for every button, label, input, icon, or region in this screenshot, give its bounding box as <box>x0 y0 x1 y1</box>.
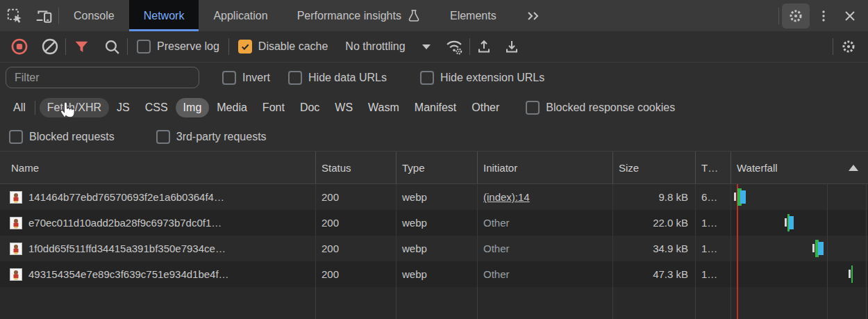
request-type: webp <box>402 243 427 254</box>
request-name: 493154354e7e89c3f639c751e934d1be4f… <box>28 268 229 280</box>
type-filter-wasm[interactable]: Wasm <box>360 98 407 117</box>
hide-data-urls-checkbox[interactable] <box>288 71 302 85</box>
request-status: 200 <box>322 217 339 229</box>
column-header-waterfall[interactable]: Waterfall <box>731 152 868 183</box>
close-devtools-button[interactable] <box>837 9 862 23</box>
blocked-requests-control[interactable]: Blocked requests <box>0 130 124 144</box>
tab-application-label: Application <box>213 10 267 22</box>
gear-icon <box>787 8 804 24</box>
preserve-log-checkbox[interactable] <box>137 40 151 54</box>
throttling-dropdown[interactable]: No throttling <box>337 40 438 53</box>
type-filter-css[interactable]: CSS <box>137 98 176 117</box>
network-conditions-button[interactable] <box>439 35 469 58</box>
type-filter-js[interactable]: JS <box>109 98 137 117</box>
type-filter-font[interactable]: Font <box>255 98 292 117</box>
hide-extension-urls-checkbox[interactable] <box>420 71 434 85</box>
table-row[interactable]: 493154354e7e89c3f639c751e934d1be4f… 200 … <box>0 261 868 287</box>
column-header-time-label: T… <box>701 162 718 174</box>
tab-console[interactable]: Console <box>59 0 129 31</box>
gear-icon <box>840 38 857 55</box>
filter-input[interactable] <box>6 67 199 88</box>
hide-data-urls-control[interactable]: Hide data URLs <box>279 71 396 85</box>
column-header-name[interactable]: Name <box>0 152 316 183</box>
type-filter-separator <box>35 101 35 115</box>
inspect-element-button[interactable] <box>0 0 29 31</box>
table-row[interactable]: 141464b77ebd76570693f2e1a6b0364f4… 200 w… <box>0 184 868 210</box>
tab-elements-label: Elements <box>450 10 496 22</box>
type-filter-img[interactable]: Img <box>176 98 210 117</box>
waterfall-cell <box>731 210 868 236</box>
search-button[interactable] <box>97 35 127 58</box>
type-filter-doc[interactable]: Doc <box>292 98 327 117</box>
funnel-icon <box>73 38 90 56</box>
request-time: 1… <box>701 243 717 254</box>
type-filter-other[interactable]: Other <box>464 98 507 117</box>
request-initiator-link[interactable]: (index):14 <box>483 191 530 203</box>
third-party-requests-control[interactable]: 3rd-party requests <box>147 130 276 144</box>
preserve-log-label: Preserve log <box>157 40 219 53</box>
throttling-value: No throttling <box>345 40 405 53</box>
blocked-requests-checkbox[interactable] <box>9 130 23 144</box>
more-tabs-button[interactable] <box>511 0 556 31</box>
record-stop-icon <box>10 38 28 56</box>
request-name: 1f0dd65f511ffd34415a391bf350e7934ce… <box>28 243 226 254</box>
table-row[interactable]: e70ec011d10add2ba28f9c6973b7dc0f1… 200 w… <box>0 210 868 236</box>
hide-extension-urls-control[interactable]: Hide extension URLs <box>411 71 553 85</box>
tab-elements[interactable]: Elements <box>435 0 511 31</box>
request-type: webp <box>402 191 427 203</box>
third-party-requests-checkbox[interactable] <box>156 130 170 144</box>
panel-tab-bar: Console Network Application Performance … <box>0 0 868 31</box>
disable-cache-checkbox[interactable] <box>238 40 252 54</box>
preserve-log-control[interactable]: Preserve log <box>128 40 228 54</box>
chevron-double-right-icon <box>526 8 541 24</box>
network-toolbar: Preserve log Disable cache No throttling <box>0 31 868 63</box>
invert-control[interactable]: Invert <box>213 71 279 85</box>
network-conditions-icon <box>444 37 464 56</box>
filter-toggle-button[interactable] <box>66 35 97 58</box>
request-type: webp <box>402 268 427 280</box>
hide-data-urls-label: Hide data URLs <box>308 72 387 84</box>
clear-icon <box>41 38 59 56</box>
column-header-size[interactable]: Size <box>613 152 696 183</box>
column-header-status[interactable]: Status <box>316 152 397 183</box>
devtools-settings-button[interactable] <box>782 3 810 28</box>
tab-network[interactable]: Network <box>129 0 199 31</box>
request-status: 200 <box>322 268 339 280</box>
network-settings-button[interactable] <box>833 35 864 58</box>
request-size: 34.9 kB <box>653 243 688 254</box>
table-row[interactable]: 1f0dd65f511ffd34415a391bf350e7934ce… 200… <box>0 236 868 261</box>
devtools-menu-button[interactable] <box>812 9 835 23</box>
blocked-response-cookies-checkbox[interactable] <box>526 101 540 115</box>
type-filter-ws[interactable]: WS <box>327 98 360 117</box>
type-filter-media[interactable]: Media <box>209 98 255 117</box>
column-header-time[interactable]: T… <box>696 152 731 183</box>
invert-checkbox[interactable] <box>222 71 236 85</box>
waterfall-cell <box>731 184 868 210</box>
kebab-menu-icon <box>817 9 831 23</box>
type-filter-all[interactable]: All <box>6 98 33 117</box>
column-header-name-label: Name <box>11 162 39 174</box>
tab-application[interactable]: Application <box>199 0 282 31</box>
tab-network-label: Network <box>144 10 185 22</box>
disable-cache-control[interactable]: Disable cache <box>229 40 337 54</box>
record-network-log-button[interactable] <box>4 35 35 58</box>
request-time: 1… <box>701 217 717 229</box>
request-time: 6… <box>701 191 717 203</box>
tab-performance-insights[interactable]: Performance insights <box>283 0 435 31</box>
devtools-window: Console Network Application Performance … <box>0 0 868 319</box>
request-status: 200 <box>322 243 339 254</box>
clear-network-log-button[interactable] <box>35 35 65 58</box>
blocked-response-cookies-control[interactable]: Blocked response cookies <box>517 101 684 115</box>
request-initiator: Other <box>483 268 510 280</box>
import-har-button[interactable] <box>470 35 498 58</box>
request-table: Name Status Type Initiator Size T… Water… <box>0 152 868 319</box>
filter-row: Invert Hide data URLs Hide extension URL… <box>0 63 868 92</box>
export-har-button[interactable] <box>498 35 526 58</box>
inspect-cursor-icon <box>6 7 24 25</box>
toggle-device-toolbar-button[interactable] <box>29 0 58 31</box>
type-filter-manifest[interactable]: Manifest <box>407 98 464 117</box>
column-header-type[interactable]: Type <box>397 152 478 183</box>
image-thumbnail-icon <box>10 243 22 255</box>
column-header-initiator[interactable]: Initiator <box>478 152 613 183</box>
request-name: 141464b77ebd76570693f2e1a6b0364f4… <box>28 191 224 203</box>
